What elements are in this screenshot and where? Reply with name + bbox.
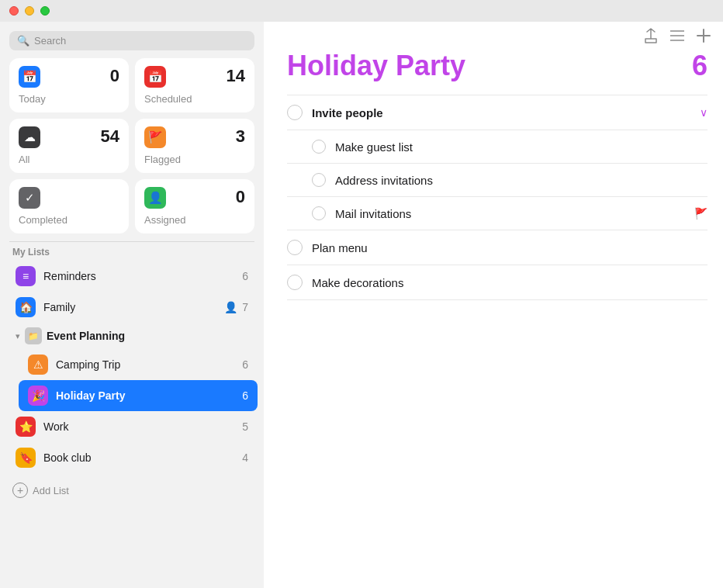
add-task-button[interactable] bbox=[697, 29, 711, 43]
task-make-guest-list[interactable]: Make guest list bbox=[287, 130, 707, 164]
book-club-label: Book club bbox=[43, 451, 234, 464]
holiday-party-count: 6 bbox=[242, 389, 248, 402]
smart-list-today[interactable]: 📅 0 Today bbox=[9, 58, 129, 112]
work-label: Work bbox=[43, 420, 234, 433]
book-club-icon: 🔖 bbox=[16, 448, 36, 468]
smart-list-flagged[interactable]: 🚩 3 Flagged bbox=[135, 119, 254, 173]
task-group-invite: Invite people ∨ Make guest list Address … bbox=[287, 95, 707, 230]
task-make-decorations[interactable]: Make decorations bbox=[287, 265, 707, 300]
flagged-count: 3 bbox=[236, 126, 245, 147]
list-title-count: 6 bbox=[692, 50, 707, 82]
task-address-invitations[interactable]: Address invitations bbox=[287, 164, 707, 197]
all-icon: ☁ bbox=[19, 126, 40, 148]
reminders-icon: ≡ bbox=[16, 266, 36, 286]
expand-icon[interactable]: ∨ bbox=[700, 106, 707, 119]
add-list-button[interactable]: + Add List bbox=[0, 476, 264, 504]
family-label: Family bbox=[43, 301, 216, 313]
mail-inv-checkbox[interactable] bbox=[312, 206, 326, 220]
list-title-text: Holiday Party bbox=[287, 50, 465, 82]
camping-icon: ⚠ bbox=[28, 355, 48, 375]
family-icon: 🏠 bbox=[16, 297, 36, 317]
title-bar bbox=[0, 0, 723, 22]
book-club-count: 4 bbox=[242, 451, 248, 464]
guest-list-checkbox[interactable] bbox=[312, 140, 326, 154]
group-folder-icon: 📁 bbox=[25, 327, 42, 344]
invite-people-label: Invite people bbox=[312, 106, 690, 119]
all-count: 54 bbox=[101, 126, 119, 147]
all-label: All bbox=[19, 154, 119, 165]
close-button[interactable] bbox=[9, 6, 19, 16]
completed-icon: ✓ bbox=[19, 187, 40, 209]
holiday-party-icon: 🎉 bbox=[28, 386, 48, 406]
assigned-icon: 👤 bbox=[144, 187, 166, 209]
smart-list-completed[interactable]: ✓ Completed bbox=[9, 179, 129, 233]
search-bar[interactable]: 🔍 Search bbox=[9, 31, 254, 50]
sidebar: 🔍 Search 📅 0 Today 📅 14 Scheduled bbox=[0, 22, 264, 588]
task-plan-menu[interactable]: Plan menu bbox=[287, 230, 707, 265]
completed-label: Completed bbox=[19, 214, 119, 226]
main-body: Holiday Party 6 Invite people ∨ Make gue… bbox=[264, 50, 723, 588]
share-button[interactable] bbox=[644, 28, 658, 43]
mail-inv-label: Mail invitations bbox=[335, 207, 685, 220]
sidebar-item-camping-trip[interactable]: ⚠ Camping Trip 6 bbox=[19, 349, 258, 380]
sidebar-item-work[interactable]: ⭐ Work 5 bbox=[6, 411, 258, 442]
today-icon: 📅 bbox=[19, 66, 40, 88]
address-inv-checkbox[interactable] bbox=[312, 173, 326, 187]
decorations-checkbox[interactable] bbox=[287, 275, 303, 290]
list-view-button[interactable] bbox=[670, 30, 684, 41]
reminders-label: Reminders bbox=[43, 270, 234, 282]
work-count: 5 bbox=[242, 420, 248, 433]
search-input[interactable]: Search bbox=[34, 35, 66, 47]
group-chevron-icon: ▾ bbox=[16, 331, 20, 341]
smart-list-all[interactable]: ☁ 54 All bbox=[9, 119, 129, 173]
app-container: 🔍 Search 📅 0 Today 📅 14 Scheduled bbox=[0, 22, 723, 588]
task-mail-invitations[interactable]: Mail invitations 🚩 bbox=[287, 197, 707, 230]
plan-menu-label: Plan menu bbox=[312, 241, 707, 254]
flagged-icon: 🚩 bbox=[144, 126, 166, 148]
sidebar-item-reminders[interactable]: ≡ Reminders 6 bbox=[6, 261, 258, 292]
today-count: 0 bbox=[110, 66, 119, 86]
main-content: Holiday Party 6 Invite people ∨ Make gue… bbox=[264, 22, 723, 588]
sidebar-item-holiday-party[interactable]: 🎉 Holiday Party 6 bbox=[19, 380, 258, 411]
scheduled-label: Scheduled bbox=[144, 93, 245, 105]
sidebar-item-book-club[interactable]: 🔖 Book club 4 bbox=[6, 442, 258, 473]
assigned-label: Assigned bbox=[144, 214, 245, 226]
assigned-count: 0 bbox=[236, 187, 245, 207]
address-inv-label: Address invitations bbox=[335, 174, 707, 187]
invite-people-checkbox[interactable] bbox=[287, 105, 303, 120]
sidebar-item-family[interactable]: 🏠 Family 👤 7 bbox=[6, 292, 258, 323]
camping-label: Camping Trip bbox=[56, 358, 234, 371]
flag-icon: 🚩 bbox=[694, 207, 707, 220]
decorations-label: Make decorations bbox=[312, 276, 707, 289]
smart-lists-grid: 📅 0 Today 📅 14 Scheduled ☁ 54 All bbox=[0, 58, 264, 241]
reminders-count: 6 bbox=[242, 270, 248, 282]
list-title: Holiday Party 6 bbox=[287, 50, 707, 82]
maximize-button[interactable] bbox=[40, 6, 50, 16]
shared-icon: 👤 bbox=[224, 301, 237, 313]
camping-count: 6 bbox=[242, 358, 248, 371]
main-toolbar bbox=[264, 22, 723, 50]
add-list-icon: + bbox=[12, 483, 28, 498]
flagged-label: Flagged bbox=[144, 154, 245, 165]
plan-menu-checkbox[interactable] bbox=[287, 240, 303, 255]
my-lists-header: My Lists bbox=[0, 242, 264, 261]
guest-list-label: Make guest list bbox=[335, 140, 707, 154]
search-icon: 🔍 bbox=[17, 35, 29, 47]
add-list-label: Add List bbox=[33, 485, 69, 496]
smart-list-scheduled[interactable]: 📅 14 Scheduled bbox=[135, 58, 254, 112]
group-label: Event Planning bbox=[47, 330, 125, 342]
smart-list-assigned[interactable]: 👤 0 Assigned bbox=[135, 179, 254, 233]
holiday-party-label: Holiday Party bbox=[56, 389, 234, 402]
family-count: 7 bbox=[242, 301, 248, 313]
group-event-planning[interactable]: ▾ 📁 Event Planning bbox=[6, 323, 258, 349]
scheduled-count: 14 bbox=[227, 66, 245, 86]
minimize-button[interactable] bbox=[25, 6, 34, 16]
work-icon: ⭐ bbox=[16, 417, 36, 437]
family-badge: 👤 7 bbox=[224, 301, 248, 313]
scheduled-icon: 📅 bbox=[144, 66, 166, 88]
today-label: Today bbox=[19, 93, 119, 105]
task-group-header-invite[interactable]: Invite people ∨ bbox=[287, 95, 707, 130]
